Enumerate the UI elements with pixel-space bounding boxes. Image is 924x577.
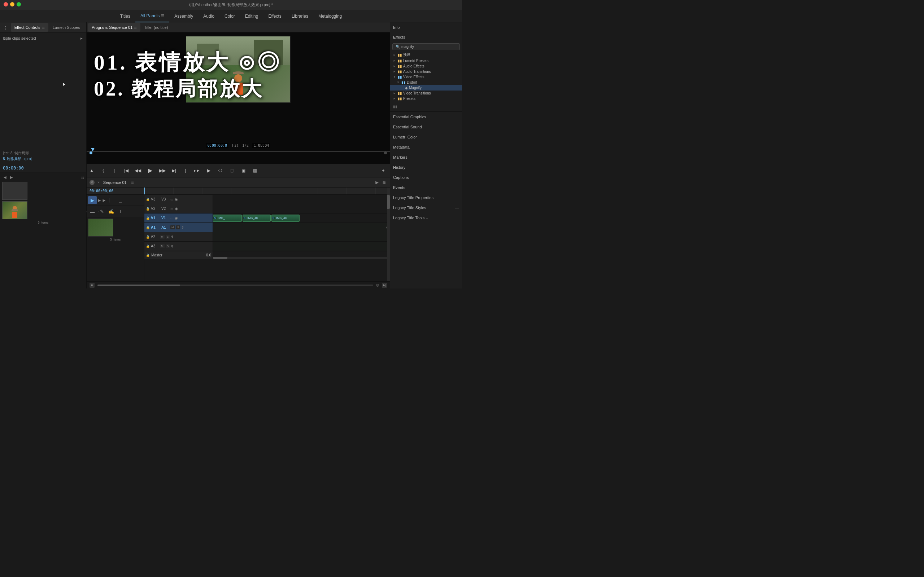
tree-item-presets[interactable]: ► ▮▮ Presets <box>390 96 462 102</box>
nav-item-audio[interactable]: Audio <box>198 10 220 23</box>
markers-section[interactable]: Markers <box>390 152 462 162</box>
close-button[interactable] <box>3 2 8 6</box>
step-forward-button[interactable]: ▶▶ <box>157 166 168 176</box>
a2-s-button[interactable]: S <box>166 235 170 239</box>
go-to-end-button[interactable]: ▶| <box>169 166 179 176</box>
a1-m-button[interactable]: M <box>170 226 175 229</box>
nav-item-effects[interactable]: Effects <box>263 10 286 23</box>
info-section-header[interactable]: Info <box>390 23 462 32</box>
legacy-title-tools-section[interactable]: Legacy Title Tools •• <box>390 213 462 223</box>
go-to-start-button[interactable]: |◀ <box>121 166 131 176</box>
nav-item-titles[interactable]: Titles <box>115 10 135 23</box>
step-back-button[interactable]: ◀◀ <box>133 166 143 176</box>
thumbnail-nav-forward[interactable]: ▶ <box>9 174 15 180</box>
right-scrollbar[interactable] <box>387 187 390 281</box>
effects-title: Effects <box>393 35 405 39</box>
effects-section-header[interactable]: Effects <box>390 32 462 42</box>
tree-item-audio-effects[interactable]: ► ▮▮ Audio Effects <box>390 63 462 69</box>
tree-item-video-transitions[interactable]: ► ▮▮ Video Transitions <box>390 90 462 96</box>
export-frame-button[interactable]: ▩ <box>250 166 260 176</box>
play-stop-button[interactable]: ▶ <box>144 165 156 176</box>
mark-in-button[interactable]: ▲ <box>87 166 97 176</box>
events-section[interactable]: Events <box>390 182 462 193</box>
selection-tool[interactable]: ▶ <box>88 196 97 204</box>
tab-effect-controls[interactable]: Effect Controls ☰ <box>11 23 48 32</box>
multiple-clips-row[interactable]: ltiple clips selected ► <box>0 35 86 42</box>
clip-img2[interactable]: fx IMG_48 <box>242 214 271 222</box>
a2-m-button[interactable]: M <box>160 235 165 239</box>
nav-item-all-panels[interactable]: All Panels ☰ <box>135 10 169 23</box>
tab-lumetri-scopes[interactable]: Lumetri Scopes <box>49 23 84 32</box>
tree-item-lumetri-presets[interactable]: ► ▮▮ Lumetri Presets <box>390 58 462 63</box>
go-to-next-edit-button[interactable]: ▸► <box>192 166 202 176</box>
lift-button[interactable]: ⎕ <box>227 166 237 176</box>
mark-out-button[interactable]: ▶ <box>204 166 214 176</box>
bottom-scrollbar[interactable] <box>213 257 390 259</box>
add-button[interactable]: + <box>378 166 388 176</box>
presets-cn-label: 预设 <box>403 52 410 57</box>
tl-export-button[interactable]: ▩ <box>381 180 387 185</box>
metadata-section[interactable]: Metadata <box>390 142 462 152</box>
razor-tool[interactable]: ⎯ <box>116 196 125 204</box>
track-select-tool[interactable]: ►► <box>97 196 106 204</box>
nav-item-assembly[interactable]: Assembly <box>169 10 198 23</box>
nav-item-color[interactable]: Color <box>220 10 240 23</box>
timeline-end-btn[interactable]: ▶| <box>382 283 387 288</box>
track-a1-header: 🔒 A1 A1 M S 🎙 <box>144 223 213 232</box>
legacy-title-properties-section[interactable]: Legacy Title Properties <box>390 193 462 203</box>
a3-s-button[interactable]: S <box>166 244 170 248</box>
hand-tool[interactable]: ✍ <box>107 207 115 215</box>
effects-search-input[interactable] <box>401 45 457 49</box>
maximize-button[interactable] <box>16 2 21 6</box>
presets-cn-expand-icon: ► <box>393 53 397 56</box>
legacy-tools-dots: •• <box>426 216 428 220</box>
captions-label: Captions <box>393 175 409 180</box>
tab-menu-icon: ☰ <box>42 26 45 29</box>
tree-item-audio-transitions[interactable]: ► ▮▮ Audio Transitions <box>390 69 462 74</box>
tree-item-distort[interactable]: ▼ ▮▮ Distort <box>390 80 462 85</box>
person-figure <box>11 206 18 218</box>
a3-m-button[interactable]: M <box>160 244 165 248</box>
v2-sync-icon: ▭ <box>170 207 174 211</box>
tree-item-video-effects[interactable]: ▼ ▮▮ Video Effects <box>390 74 462 80</box>
slip-tool[interactable]: ←▬→ <box>88 207 97 215</box>
tab-close-paren[interactable]: ) <box>2 23 10 32</box>
pen-tool[interactable]: ✎ <box>97 207 106 215</box>
captions-section[interactable]: Captions <box>390 172 462 182</box>
lumetri-color-section[interactable]: Lumetri Color <box>390 132 462 142</box>
clip-img1[interactable]: fx IMG_ <box>213 214 242 222</box>
trim-next-button[interactable]: } <box>181 166 191 176</box>
clip-img3[interactable]: fx IMG_48 <box>271 214 300 222</box>
essential-sound-section[interactable]: Essential Sound <box>390 122 462 132</box>
tab-title-notitle[interactable]: Title: (no title) <box>141 23 171 32</box>
effects-new-folder-icon[interactable]: ▮▮ <box>393 105 397 108</box>
safe-margins-button[interactable]: ▣ <box>238 166 248 176</box>
playhead-marker-down <box>91 148 95 152</box>
tab-program-sequence[interactable]: Program: Sequence 01 ☰ <box>88 23 141 32</box>
minimize-button[interactable] <box>10 2 15 6</box>
trim-prev-button[interactable]: | <box>110 166 120 176</box>
tree-item-magnify[interactable]: ► ◆ Magnify <box>390 85 462 90</box>
essential-graphics-section[interactable]: Essential Graphics <box>390 112 462 122</box>
audio-trans-label: Audio Transitions <box>403 69 431 74</box>
navbar: Titles All Panels ☰ Assembly Audio Color… <box>0 10 462 23</box>
tl-playback-button[interactable]: |▶ <box>374 180 380 185</box>
nav-item-libraries[interactable]: Libraries <box>287 10 313 23</box>
type-tool[interactable]: T <box>116 207 125 215</box>
timeline-zoom-bar[interactable] <box>97 285 373 286</box>
essential-sound-label: Essential Sound <box>393 125 422 129</box>
a1-s-button[interactable]: S <box>176 226 180 229</box>
legacy-title-styles-section[interactable]: Legacy Title Styles — <box>390 203 462 213</box>
nav-item-metalogging[interactable]: Metalogging <box>313 10 347 23</box>
nav-item-editing[interactable]: Editing <box>240 10 263 23</box>
timeline-close-button[interactable]: ✕ <box>89 180 95 185</box>
tree-item-presets-cn[interactable]: ► ▮▮ 预设 <box>390 52 462 58</box>
tab-audio-clip[interactable]: Audio Clip Mi <box>84 23 86 32</box>
go-to-prev-edit-button[interactable]: { <box>98 166 108 176</box>
ripple-edit-tool[interactable]: ⎸ <box>107 196 115 204</box>
history-section[interactable]: History <box>390 162 462 172</box>
thumbnail-nav-back[interactable]: ◀ <box>2 174 8 180</box>
v3-label: V3 <box>151 197 159 201</box>
timeline-bottom-btn1[interactable]: ■ <box>89 283 95 288</box>
insert-button[interactable]: ⎔ <box>215 166 225 176</box>
